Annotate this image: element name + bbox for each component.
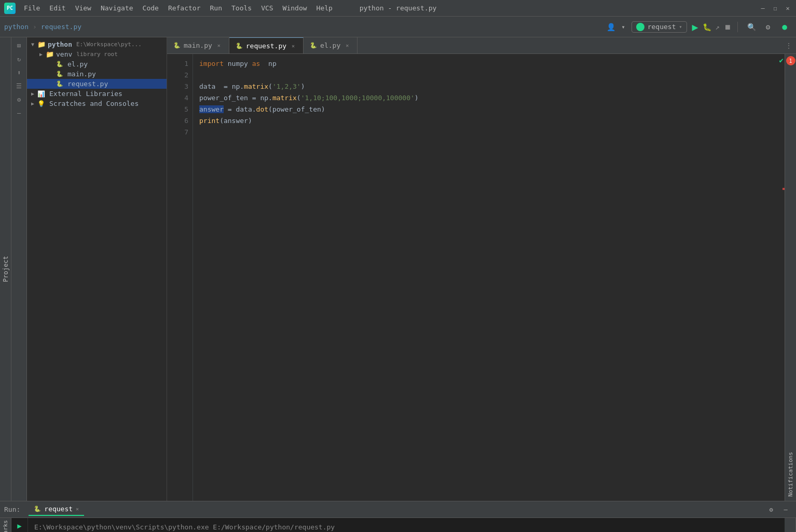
run-button[interactable]: ▶ [692,21,698,33]
line-numbers: 1 2 3 4 5 6 7 [167,54,193,501]
right-gutter: ✔ [780,54,785,501]
notification-badge[interactable]: 1 [786,56,795,65]
run-tabs-bar: Run: 🐍 request ✕ ⚙ — [0,501,796,518]
code-line-6: print(answer) [199,115,774,127]
py-icon: 🐍 [56,80,63,87]
tab-request-py[interactable]: 🐍 request.py ✕ [229,37,304,53]
app-icon: PC [4,3,16,14]
menu-view[interactable]: View [71,3,95,13]
stop-button[interactable]: ⏹ [724,23,731,31]
menu-window[interactable]: Window [279,3,311,13]
tree-root-python[interactable]: ▼ 📁 python E:\Workspace\pyt... [27,39,167,49]
tree-main-py[interactable]: 🐍 main.py [27,69,167,79]
tab-el-py[interactable]: 🐍 el.py ✕ [304,37,358,53]
root-path: E:\Workspace\pyt... [76,41,142,48]
venv-name: venv [56,50,72,58]
code-line-3: data = np.matrix('1,2,3') [199,81,774,92]
run-panel-settings[interactable]: ⚙ [765,503,777,516]
tabs-overflow-menu[interactable]: ⋮ [786,42,796,49]
menu-vcs[interactable]: VCS [257,3,277,13]
panel-settings-button[interactable]: ☰ [13,80,25,92]
chevron-icon: ▶ [31,91,34,97]
menu-navigate[interactable]: Navigate [97,3,138,13]
ext-lib-icon: 📊 [37,90,45,98]
run-config-selector[interactable]: request ▾ [632,21,687,33]
minimize-button[interactable]: — [759,4,767,12]
tree-el-py[interactable]: 🐍 el.py [27,59,167,69]
editor-tabs: 🐍 main.py ✕ 🐍 request.py ✕ 🐍 el.py ✕ ⋮ [167,37,796,54]
tab-close-request[interactable]: ✕ [290,42,297,49]
run-tab-name: request [44,505,73,513]
toggle-panel-button[interactable]: ⊞ [13,39,25,52]
tab-label: request.py [246,42,286,50]
run-config-name: request [648,23,676,31]
gutter-ok-icon: ✔ [779,56,784,64]
chevron-icon: ▶ [39,51,43,57]
rerun-button[interactable]: ▶ [13,520,26,531]
request-py-name: request.py [67,80,108,88]
chevron-icon: ▼ [31,42,34,47]
scratches-name: Scratches and Consoles [49,100,139,107]
hide-button[interactable]: — [13,107,25,119]
code-line-2 [199,70,774,81]
project-panel-toggle[interactable]: Project [0,37,11,501]
tree-venv[interactable]: ▶ 📁 venv library root [27,49,167,59]
menu-edit[interactable]: Edit [45,3,70,13]
project-panel: ▼ 📁 python E:\Workspace\pyt... ▶ 📁 venv … [27,37,167,501]
close-button[interactable]: ✕ [784,4,792,12]
avatar-icon[interactable]: ● [777,20,792,34]
window-controls: — ☐ ✕ [759,4,792,12]
account-icon[interactable]: 👤 [603,20,618,34]
folder-icon: 📁 [37,40,46,48]
py-file-icon: 🐍 [310,42,317,49]
run-panel-minimize[interactable]: — [779,503,792,516]
tree-request-py[interactable]: 🐍 request.py [27,79,167,89]
py-icon: 🐍 [56,61,63,67]
menu-help[interactable]: Help [312,3,337,13]
run-with-coverage-button[interactable]: ↗ [716,23,720,31]
run-tab-icon: 🐍 [34,506,41,512]
root-name: python [48,40,72,48]
ext-lib-name: External Libraries [49,90,122,98]
py-file-icon: 🐍 [236,43,243,49]
console-output: E:\Workspace\python\venv\Scripts\python.… [28,518,785,532]
maximize-button[interactable]: ☐ [771,4,779,12]
code-editor[interactable]: 1 2 3 4 5 6 7 import numpy as np data = … [167,54,796,501]
menu-run[interactable]: Run [206,3,226,13]
console-command-line: E:\Workspace\python\venv\Scripts\python.… [34,522,778,532]
menu-refactor[interactable]: Refactor [164,3,205,13]
venv-label: library root [76,51,117,58]
bottom-panel: Run: 🐍 request ✕ ⚙ — Bookmarks ▶ ↑ ↓ ⏹ ⬛… [0,501,796,532]
code-content[interactable]: import numpy as np data = np.matrix('1,2… [193,54,780,501]
editor-area: 🐍 main.py ✕ 🐍 request.py ✕ 🐍 el.py ✕ ⋮ 1 [167,37,796,501]
run-tab-close-button[interactable]: ✕ [76,506,79,512]
settings-gear[interactable]: ⚙ [13,93,25,106]
breadcrumb-python[interactable]: python [4,23,29,31]
notifications-label[interactable]: Notifications [787,452,794,497]
run-left-actions: ▶ ↑ ↓ ⏹ ⬛ ⬇ 🖨 📌 🗑 [11,518,28,532]
bookmarks-strip: Bookmarks [0,518,11,532]
tree-external-libraries[interactable]: ▶ 📊 External Libraries [27,89,167,99]
gutter-error-marker [783,188,785,190]
sync-button[interactable]: ↻ [13,53,25,65]
collapse-all-button[interactable]: ⬆ [13,66,25,79]
code-line-7 [199,127,774,138]
run-config-chevron: ▾ [679,24,682,30]
structure-strip: Structure [785,518,796,532]
run-tab-request[interactable]: 🐍 request ✕ [29,503,84,516]
breadcrumb-file[interactable]: request.py [41,23,81,31]
tab-close-el[interactable]: ✕ [344,42,351,49]
tab-close-main[interactable]: ✕ [215,42,223,49]
settings-button[interactable]: ⚙ [761,20,775,34]
project-tree: ▼ 📁 python E:\Workspace\pyt... ▶ 📁 venv … [27,37,167,501]
main-py-name: main.py [67,70,96,78]
menu-tools[interactable]: Tools [227,3,256,13]
tree-scratches[interactable]: ▶ 💡 Scratches and Consoles [27,99,167,108]
menu-file[interactable]: File [20,3,44,13]
debug-button[interactable]: 🐛 [703,23,711,31]
search-everywhere-button[interactable]: 🔍 [744,20,759,34]
bookmarks-label[interactable]: Bookmarks [2,520,9,532]
el-py-name: el.py [67,60,88,68]
tab-main-py[interactable]: 🐍 main.py ✕ [167,37,229,53]
menu-code[interactable]: Code [139,3,163,13]
